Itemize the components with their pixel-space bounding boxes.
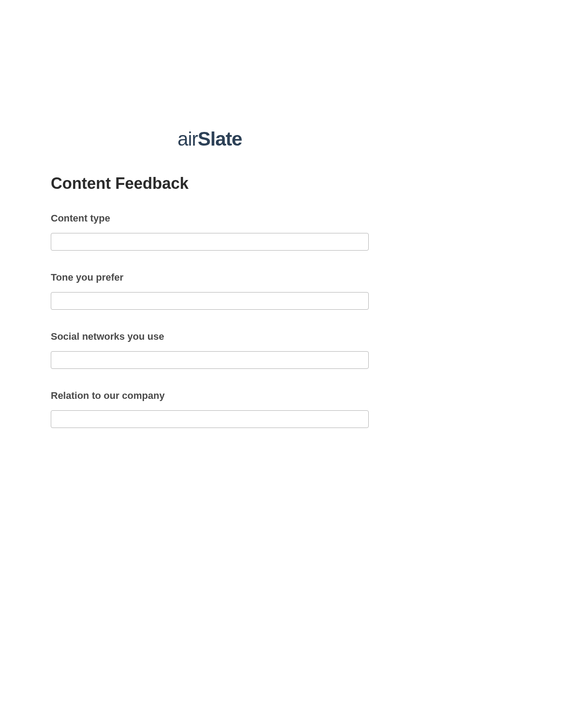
input-content-type[interactable] (51, 233, 369, 251)
label-content-type: Content type (51, 213, 369, 224)
input-social[interactable] (51, 351, 369, 369)
label-relation: Relation to our company (51, 390, 369, 402)
logo: airSlate (51, 128, 369, 150)
form-container: airSlate Content Feedback Content type T… (51, 128, 369, 449)
form-group-relation: Relation to our company (51, 390, 369, 428)
form-group-social: Social networks you use (51, 331, 369, 369)
logo-text: airSlate (178, 128, 242, 150)
form-group-content-type: Content type (51, 213, 369, 251)
form-group-tone: Tone you prefer (51, 272, 369, 310)
label-tone: Tone you prefer (51, 272, 369, 283)
logo-part-slate: Slate (198, 128, 242, 150)
input-tone[interactable] (51, 292, 369, 310)
label-social: Social networks you use (51, 331, 369, 342)
form-title: Content Feedback (51, 174, 369, 193)
input-relation[interactable] (51, 410, 369, 428)
logo-part-air: air (178, 128, 198, 150)
